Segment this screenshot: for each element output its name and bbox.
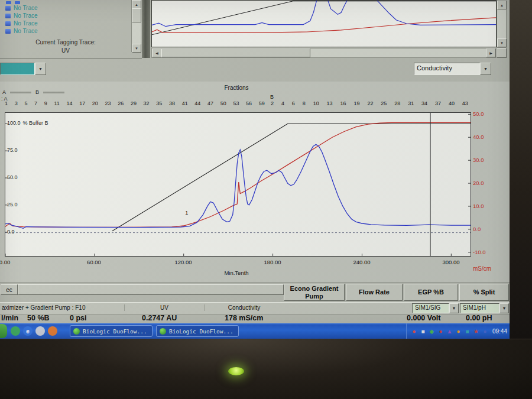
scroll-up-button[interactable]: ▲ (132, 0, 141, 9)
current-tagging-trace: Current Tagging Trace: UV (0, 39, 131, 54)
sim1-sig-combo[interactable]: SIM1/SIG ▼ (412, 303, 459, 313)
trace-select-value[interactable] (0, 63, 35, 75)
trace-list-item[interactable]: No Trace (0, 4, 131, 12)
fraction-number: 13 (327, 100, 333, 106)
screen: No TraceNo TraceNo TraceNo Trace ▲ ▼ Cur… (0, 0, 510, 339)
sim1-ph-combo[interactable]: SIM1/pH ▼ (460, 303, 509, 313)
tray-icon[interactable]: ▲ (446, 327, 453, 335)
tray-icon[interactable]: ◆ (428, 327, 436, 335)
value-uv: 0.2747 AU (142, 314, 177, 322)
chevron-down-icon[interactable]: ▼ (449, 303, 459, 313)
trace-list-item[interactable]: No Trace (0, 20, 131, 27)
quick-launch-bar: e (11, 326, 57, 336)
header-percent-split[interactable]: % Split (459, 284, 509, 301)
scrollbar-thumb[interactable] (132, 8, 141, 22)
fraction-number: 2 (271, 100, 274, 106)
fraction-numbers-rack-a: 135791114172023262932353841444750535659 (5, 100, 265, 106)
series-gradient (152, 1, 496, 35)
left-tick-0: 0.0 (7, 229, 15, 235)
tray-icon[interactable]: ★ (472, 327, 480, 335)
scroll-up-button[interactable]: ▲ (497, 1, 507, 9)
tray-icon[interactable]: ● (410, 327, 418, 335)
tray-icon[interactable]: ● (481, 327, 489, 335)
chevron-down-icon[interactable]: ▼ (480, 63, 491, 75)
status-blank-bar (18, 284, 284, 295)
header-egp-percent-b[interactable]: EGP %B (404, 284, 458, 301)
tray-icon[interactable]: ● (437, 327, 445, 335)
trace-list-panel: No TraceNo TraceNo TraceNo Trace ▲ ▼ Cur… (0, 0, 142, 59)
fraction-number: 23 (105, 100, 111, 106)
scrollbar-thumb[interactable] (161, 48, 310, 57)
biologic-app-icon (160, 328, 166, 335)
rec-tab[interactable]: ec (1, 284, 18, 295)
trace-type-icon (15, 1, 20, 4)
fraction-number: 26 (118, 100, 124, 106)
quick-launch-icon[interactable] (11, 326, 20, 336)
right-tick: 50.0 (473, 111, 484, 117)
trace-item-label: No Trace (14, 13, 38, 19)
trace-list-item[interactable]: No Trace (0, 27, 131, 35)
trace-type-icon (5, 21, 11, 26)
scroll-left-button[interactable]: ◀ (152, 48, 162, 57)
trace-list: No TraceNo TraceNo TraceNo Trace (0, 0, 131, 35)
value-volt: 0.000 Volt (407, 314, 440, 322)
fraction-number: 40 (449, 100, 455, 106)
fraction-number: 25 (381, 100, 387, 106)
quick-launch-icon[interactable] (48, 326, 57, 336)
conductivity-combo-value[interactable]: Conductivity (414, 63, 480, 75)
overview-vertical-scrollbar[interactable]: ▲ ▼ (497, 0, 507, 48)
x-tick: 300.00 (442, 259, 459, 265)
fraction-number: 19 (353, 100, 359, 106)
overview-plot-area[interactable] (151, 0, 497, 47)
tagging-label: Current Tagging Trace: (0, 39, 131, 46)
biologic-app-icon (73, 328, 80, 335)
tray-icon[interactable]: ● (455, 327, 462, 335)
trace-list-scrollbar[interactable]: ▲ ▼ (131, 0, 141, 52)
x-tick: 60.00 (87, 259, 101, 265)
sim1-ph-value[interactable]: SIM1/pH (460, 303, 499, 313)
tray-icon-group: ●■◆●▲●■★● (410, 327, 489, 335)
device-pump-label: aximizer + Gradient Pump : F10 (2, 304, 85, 311)
fraction-number: 28 (394, 100, 400, 106)
value-conductivity: 178 mS/cm (225, 314, 263, 322)
power-led (228, 367, 244, 375)
fraction-number: 53 (233, 100, 239, 106)
fraction-legend: A B (2, 89, 64, 95)
main-plot-area[interactable]: 1 100.0 % Buffer B 75.0 50.0 25.0 0.0 (5, 112, 471, 257)
left-tick-75: 75.0 (7, 147, 18, 153)
scroll-down-button[interactable]: ▼ (132, 44, 141, 53)
quick-launch-icon[interactable] (35, 326, 45, 336)
x-tick: 0.00 (0, 259, 10, 265)
tray-icon[interactable]: ■ (463, 327, 471, 335)
rack-b-label: B (270, 94, 274, 100)
trace-select-combo[interactable]: ▼ (0, 63, 46, 75)
sim1-sig-value[interactable]: SIM1/SIG (412, 303, 449, 313)
trace-list-item[interactable]: No Trace (0, 12, 131, 20)
fraction-number: 35 (156, 100, 162, 106)
fraction-number: 6 (292, 100, 295, 106)
scroll-down-button[interactable]: ▼ (497, 38, 507, 47)
chevron-down-icon[interactable]: ▼ (35, 63, 46, 75)
device-uv-label: UV (124, 304, 204, 311)
main-chart-region: Fractions A B : A B 13579111417202326293… (0, 82, 510, 283)
taskbar-window-button[interactable]: BioLogic DuoFlow... (70, 325, 153, 337)
fraction-numbers-rack-b: 2468101316192225283134374043 (271, 100, 468, 106)
window-button-label: BioLogic DuoFlow... (169, 328, 233, 335)
tray-icon[interactable]: ■ (419, 327, 427, 335)
header-flow-rate[interactable]: Flow Rate (346, 284, 403, 301)
legend-a-bar (10, 92, 31, 93)
series-buffer-b-gradient (112, 124, 471, 231)
start-button[interactable] (0, 324, 7, 338)
taskbar-window-button[interactable]: BioLogic DuoFlow... (156, 325, 239, 337)
fraction-number: 34 (421, 100, 427, 106)
chevron-down-icon[interactable]: ▼ (499, 303, 509, 313)
scroll-right-button[interactable]: ▶ (486, 48, 496, 57)
right-tick: 0.0 (473, 226, 481, 232)
fraction-number: 1 (5, 100, 8, 106)
ie-icon[interactable]: e (23, 326, 33, 336)
right-axis: 50.0 40.0 30.0 20.0 10.0 0.0 -10.0 (472, 112, 499, 255)
header-econo-gradient-pump[interactable]: Econo Gradient Pump (284, 284, 345, 301)
conductivity-combo[interactable]: Conductivity ▼ (414, 63, 491, 75)
trace-item-label: No Trace (14, 28, 38, 34)
overview-horizontal-scrollbar[interactable]: ◀ ▶ (151, 48, 497, 58)
